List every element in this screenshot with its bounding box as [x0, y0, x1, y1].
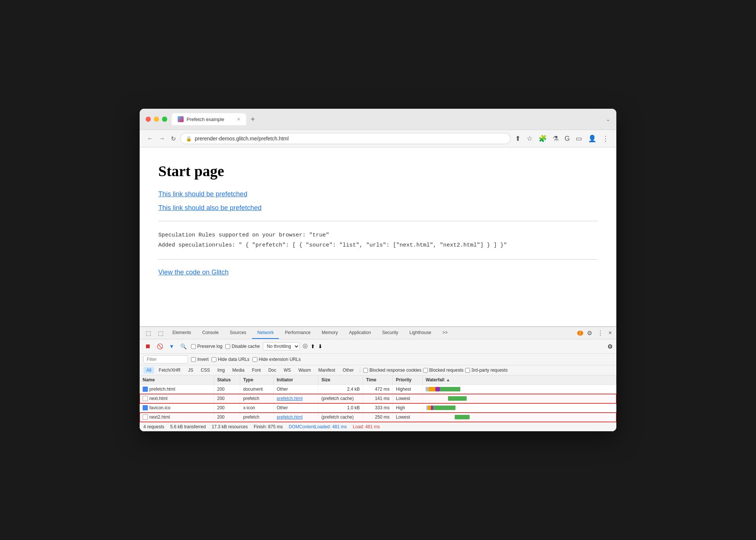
filter-type-ws[interactable]: WS: [281, 367, 294, 374]
third-party-checkbox[interactable]: 3rd-party requests: [465, 368, 508, 373]
tab-list-icon[interactable]: ⌄: [606, 116, 610, 122]
row-waterfall-cell: [423, 394, 616, 403]
tab-favicon-icon: [178, 116, 184, 122]
url-text: prerender-demos.glitch.me/prefetch.html: [195, 136, 505, 142]
tab-memory[interactable]: Memory: [317, 327, 343, 339]
url-bar[interactable]: 🔒 prerender-demos.glitch.me/prefetch.htm…: [180, 133, 511, 144]
page-content: Start page This link should be prefetche…: [140, 147, 616, 326]
checkbox-icon: [143, 396, 148, 401]
preserve-log-checkbox[interactable]: Preserve log: [191, 344, 222, 349]
minimize-button[interactable]: [154, 117, 159, 122]
hide-extension-urls-checkbox[interactable]: Hide extension URLs: [252, 357, 301, 362]
prefetch-link-1[interactable]: This link should be prefetched: [158, 190, 598, 198]
google-icon[interactable]: G: [563, 133, 571, 144]
filter-type-font[interactable]: Font: [249, 367, 264, 374]
table-row[interactable]: next2.html 200 prefetch prefetch.html (p…: [140, 413, 616, 422]
wf-segment: [429, 387, 435, 391]
tab-application[interactable]: Application: [344, 327, 376, 339]
tab-performance[interactable]: Performance: [280, 327, 316, 339]
dom-content-loaded-time: DOMContentLoaded: 481 ms: [289, 424, 347, 429]
refresh-button[interactable]: ↻: [169, 134, 177, 144]
tab-title: Prefetch example: [187, 117, 234, 122]
devtools-menu-icon[interactable]: ⋮: [596, 328, 605, 338]
forward-button[interactable]: →: [158, 134, 166, 143]
blocked-cookies-checkbox[interactable]: Blocked response cookies: [363, 368, 421, 373]
tab-security[interactable]: Security: [377, 327, 403, 339]
stop-recording-button[interactable]: ⏹: [143, 342, 152, 351]
col-size[interactable]: Size: [318, 375, 363, 384]
back-button[interactable]: ←: [146, 134, 155, 143]
row-size-cell: 2.4 kB: [318, 385, 363, 394]
disable-cache-checkbox[interactable]: Disable cache: [225, 344, 260, 349]
table-row[interactable]: prefetch.html 200 document Other 2.4 kB …: [140, 385, 616, 394]
row-initiator-cell[interactable]: prefetch.html: [274, 413, 318, 422]
import-up-icon[interactable]: ⬆: [311, 343, 315, 349]
tab-console[interactable]: Console: [197, 327, 224, 339]
prefetch-link-2[interactable]: This link should also be prefetched: [158, 204, 598, 212]
browser-menu-icon[interactable]: ⋮: [601, 133, 610, 144]
wf-segment: [428, 406, 431, 410]
filter-type-doc[interactable]: Doc: [265, 367, 279, 374]
col-type[interactable]: Type: [240, 375, 274, 384]
search-button[interactable]: 🔍: [179, 342, 188, 351]
filter-type-img[interactable]: Img: [215, 367, 228, 374]
tab-close-icon[interactable]: ×: [237, 116, 240, 122]
filter-type-fetch[interactable]: Fetch/XHR: [156, 367, 184, 374]
view-code-link[interactable]: View the code on Glitch: [158, 269, 598, 276]
hide-data-urls-checkbox[interactable]: Hide data URLs: [212, 357, 250, 362]
clear-button[interactable]: 🚫: [155, 342, 165, 351]
filter-type-other[interactable]: Other: [340, 367, 357, 374]
col-name[interactable]: Name: [140, 375, 214, 384]
col-initiator[interactable]: Initiator: [274, 375, 318, 384]
filter-input[interactable]: [143, 355, 188, 363]
bookmark-icon[interactable]: ☆: [525, 133, 534, 144]
maximize-button[interactable]: [162, 117, 167, 122]
devtools-close-icon[interactable]: ×: [607, 328, 613, 338]
col-waterfall[interactable]: Waterfall ▲: [423, 375, 616, 384]
sidebar-icon[interactable]: ▭: [574, 133, 584, 144]
title-bar: Prefetch example × + ⌄: [140, 109, 616, 130]
close-button[interactable]: [146, 117, 151, 122]
extensions-icon[interactable]: 🧩: [537, 133, 548, 144]
import-down-icon[interactable]: ⬇: [318, 343, 323, 349]
tab-network[interactable]: Network: [252, 327, 279, 339]
devtools-device-icon[interactable]: ⬚: [155, 327, 166, 339]
checkbox-icon: [143, 414, 148, 420]
throttle-control[interactable]: No throttling: [263, 342, 300, 350]
col-priority[interactable]: Priority: [393, 375, 423, 384]
share-icon[interactable]: ⬆: [514, 133, 522, 144]
table-row[interactable]: next.html 200 prefetch prefetch.html (pr…: [140, 394, 616, 403]
filter-type-js[interactable]: JS: [185, 367, 196, 374]
tab-more[interactable]: >>: [437, 327, 453, 339]
col-time[interactable]: Time: [363, 375, 393, 384]
new-tab-button[interactable]: +: [248, 114, 258, 125]
row-priority-cell: Lowest: [393, 394, 423, 403]
filter-button[interactable]: ▼: [168, 342, 176, 351]
row-time-cell: 472 ms: [363, 385, 393, 394]
filter-type-css[interactable]: CSS: [198, 367, 213, 374]
blocked-requests-checkbox[interactable]: Blocked requests: [423, 368, 464, 373]
filter-type-wasm[interactable]: Wasm: [295, 367, 314, 374]
tab-elements[interactable]: Elements: [167, 327, 196, 339]
devtools-settings-icon[interactable]: ⚙: [585, 328, 594, 338]
devtools-inspect-icon[interactable]: ⬚: [143, 327, 154, 339]
invert-checkbox[interactable]: Invert: [191, 357, 209, 362]
row-initiator-cell[interactable]: prefetch.html: [274, 394, 318, 403]
profile-icon[interactable]: 👤: [587, 133, 598, 144]
tab-lighthouse[interactable]: Lighthouse: [404, 327, 436, 339]
filter-type-all[interactable]: All: [143, 367, 154, 374]
network-settings-icon[interactable]: ⚙: [607, 343, 613, 350]
throttle-select[interactable]: No throttling: [263, 342, 300, 350]
lab-icon[interactable]: ⚗: [551, 133, 560, 144]
table-row[interactable]: favicon.ico 200 x-icon Other 1.0 kB 333 …: [140, 403, 616, 413]
row-waterfall-cell: [423, 385, 616, 394]
tab-bar: Prefetch example × +: [172, 113, 601, 125]
tab-sources[interactable]: Sources: [225, 327, 251, 339]
wf-segment: [433, 406, 455, 410]
filter-type-media[interactable]: Media: [229, 367, 248, 374]
active-tab[interactable]: Prefetch example ×: [172, 113, 246, 125]
wf-segment: [435, 387, 440, 391]
wf-segment: [448, 396, 467, 401]
filter-type-manifest[interactable]: Manifest: [315, 367, 338, 374]
col-status[interactable]: Status: [214, 375, 240, 384]
